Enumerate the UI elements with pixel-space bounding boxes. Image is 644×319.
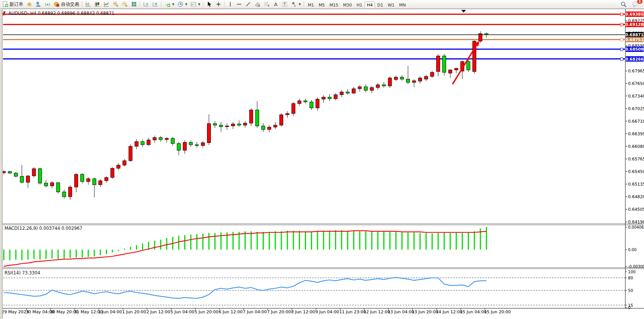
svg-text:0: 0: [628, 305, 631, 310]
svg-text:0.67650: 0.67650: [628, 81, 644, 86]
text-icon: A: [273, 1, 279, 7]
svg-text:E: E: [258, 5, 260, 7]
metaeditor-button[interactable]: [34, 0, 43, 8]
periods-button[interactable]: ▼: [176, 0, 189, 8]
text-label-tool-button[interactable]: T: [280, 0, 289, 8]
horizontal-line-tool-button[interactable]: [234, 0, 244, 8]
svg-text:8 Jun 12:00: 8 Jun 12:00: [291, 309, 315, 314]
svg-text:2 Jun 12:00: 2 Jun 12:00: [146, 309, 170, 314]
svg-text:0.004065: 0.004065: [628, 225, 644, 229]
mt4-window: 新订单 自动交易: [0, 0, 644, 319]
svg-text:0.68509: 0.68509: [625, 47, 644, 51]
zoom-out-button[interactable]: [120, 0, 129, 8]
toolbar-separator: [140, 1, 140, 7]
chart-shift-button[interactable]: [151, 0, 160, 8]
toolbar-separator: [82, 1, 83, 7]
svg-text:9 Jun 04:00: 9 Jun 04:00: [315, 309, 339, 314]
svg-text:6 Jun 12:00: 6 Jun 12:00: [219, 309, 243, 314]
notification-badge: 1: [637, 0, 642, 4]
toolbar-separator: [304, 1, 304, 7]
bar-chart-button[interactable]: [84, 0, 93, 8]
timeframe-H4[interactable]: H4: [365, 2, 375, 9]
svg-text:0.64190: 0.64190: [628, 220, 644, 224]
rsi-indicator-label: RSI(14) 73.3304: [5, 270, 40, 276]
indicators-icon: [164, 1, 171, 7]
signals-button[interactable]: [43, 0, 52, 8]
crosshair-icon: [215, 1, 222, 7]
styler-button[interactable]: [25, 0, 34, 8]
symbol-collapse-icon[interactable]: ▼: [3, 11, 6, 14]
timeframe-D1[interactable]: D1: [375, 2, 385, 9]
new-order-button[interactable]: 新订单: [1, 0, 25, 8]
cursor-tool-button[interactable]: [205, 0, 214, 8]
svg-text:13 Jun 20:00: 13 Jun 20:00: [412, 309, 438, 314]
candlestick-chart-icon: [94, 1, 100, 7]
chart-canvas[interactable]: 0.692250.689100.685950.682800.679650.676…: [0, 0, 644, 319]
svg-text:T: T: [283, 2, 286, 7]
fibonacci-tool-button[interactable]: F: [262, 0, 272, 8]
chevron-down-icon: ▼: [185, 3, 187, 6]
metaeditor-icon: [35, 1, 41, 7]
timeframe-W1[interactable]: W1: [386, 2, 397, 9]
svg-text:7 Jun 04:00: 7 Jun 04:00: [243, 309, 267, 314]
chevron-down-icon: ▼: [198, 3, 200, 6]
timeframe-M15[interactable]: M15: [327, 2, 341, 9]
search-icon: [620, 1, 627, 8]
svg-text:-0.003005: -0.003005: [628, 264, 644, 269]
svg-text:5 Jun 04:00: 5 Jun 04:00: [171, 309, 194, 314]
svg-text:15 Jun 04:00: 15 Jun 04:00: [460, 309, 487, 314]
svg-text:0.66080: 0.66080: [628, 144, 644, 149]
svg-text:50: 50: [628, 288, 633, 293]
timeframe-M1[interactable]: M1: [306, 2, 317, 9]
indicators-button[interactable]: ▼: [163, 0, 176, 8]
chat-button[interactable]: 1: [631, 0, 640, 8]
vertical-line-tool-button[interactable]: [226, 0, 234, 8]
svg-text:13 Jun 04:00: 13 Jun 04:00: [387, 309, 414, 314]
tile-windows-icon: [131, 1, 137, 7]
symbol-ohlc-label: AUDUSD-.H4 0.68892 0.68896 0.68842 0.688…: [8, 11, 114, 16]
zoom-in-icon: [113, 1, 119, 7]
new-order-label: 新订单: [10, 1, 23, 8]
svg-text:0.00: 0.00: [628, 248, 636, 252]
timeframe-M5[interactable]: M5: [316, 2, 327, 9]
timeframe-M30[interactable]: M30: [341, 2, 354, 9]
templates-button[interactable]: ▼: [189, 0, 202, 8]
svg-text:A: A: [274, 2, 277, 7]
auto-scroll-button[interactable]: [142, 0, 151, 8]
arrows-tool-button[interactable]: ▼: [289, 0, 302, 8]
line-chart-icon: [104, 1, 110, 7]
svg-text:0.66710: 0.66710: [628, 119, 644, 124]
svg-text:80: 80: [628, 276, 633, 280]
auto-trading-button[interactable]: 自动交易: [52, 0, 81, 8]
candlestick-chart-button[interactable]: [93, 0, 102, 8]
new-order-icon: [2, 1, 8, 7]
svg-text:15 Jun 20:00: 15 Jun 20:00: [484, 309, 511, 314]
chart-shift-icon: [152, 1, 158, 7]
crosshair-tool-button[interactable]: [214, 0, 223, 8]
search-button[interactable]: [619, 0, 628, 8]
svg-text:0.67340: 0.67340: [628, 94, 644, 99]
svg-text:100: 100: [628, 269, 636, 274]
svg-text:0.66395: 0.66395: [628, 131, 644, 136]
timeframe-group: M1M5M15M30H1H4D1W1MN: [306, 1, 408, 8]
trendline-tool-button[interactable]: [244, 0, 253, 8]
svg-text:0.69128: 0.69128: [625, 22, 644, 27]
arrows-icon: [291, 1, 297, 7]
line-chart-button[interactable]: [102, 0, 111, 8]
zoom-in-button[interactable]: [111, 0, 120, 8]
bar-chart-icon: [85, 1, 91, 7]
tile-windows-button[interactable]: [129, 0, 139, 8]
signal-icon: [45, 1, 51, 7]
clock-icon: [177, 1, 183, 7]
toolbar-separator: [161, 1, 162, 7]
timeframe-H1[interactable]: H1: [354, 2, 365, 9]
text-tool-button[interactable]: A: [272, 0, 280, 8]
svg-text:0.67965: 0.67965: [628, 69, 644, 74]
auto-trading-label: 自动交易: [61, 1, 79, 8]
svg-text:11 Jun 23:00: 11 Jun 23:00: [340, 309, 366, 314]
svg-text:0.64505: 0.64505: [628, 207, 644, 212]
channel-tool-button[interactable]: E: [253, 0, 262, 8]
svg-text:7 Jun 20:00: 7 Jun 20:00: [267, 309, 291, 314]
toolbar: 新订单 自动交易: [0, 0, 644, 9]
timeframe-MN[interactable]: MN: [397, 2, 408, 9]
